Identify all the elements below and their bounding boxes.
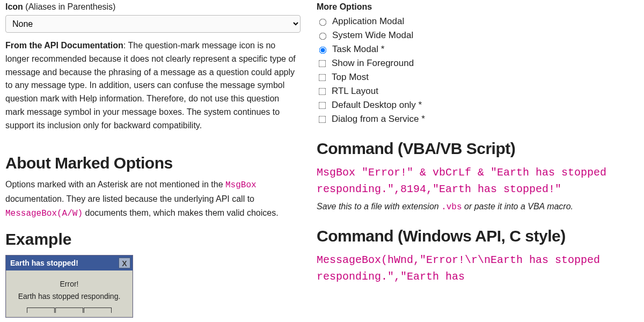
cmd-c-heading: Command (Windows API, C style): [317, 227, 639, 245]
msgbox-button-row: [6, 308, 133, 317]
code-msgbox: MsgBox: [225, 180, 257, 190]
cmd-vba-code: MsgBox "Error!" & vbCrLf & "Earth has st…: [317, 164, 639, 197]
opt-task-modal[interactable]: Task Modal *: [317, 44, 639, 55]
api-doc-body: : The question-mark message icon is no l…: [5, 41, 296, 130]
cmd-c-code: MessageBox(hWnd,"Error!\r\nEarth has sto…: [317, 252, 639, 285]
msgbox-preview: Earth has stopped! X Error! Earth has st…: [5, 255, 133, 318]
msgbox-body: Error! Earth has stopped responding.: [6, 270, 133, 308]
api-doc-lead: From the API Documentation: [5, 41, 123, 50]
more-options-heading: More Options: [317, 2, 639, 12]
checkbox-default-desktop[interactable]: [319, 101, 326, 109]
icon-label-hint: (Aliases in Parenthesis): [23, 2, 116, 11]
api-doc-note: From the API Documentation: The question…: [5, 39, 301, 133]
close-icon[interactable]: X: [119, 258, 130, 268]
opt-default-desktop[interactable]: Default Desktop only *: [317, 100, 639, 111]
radio-system-wide-modal[interactable]: [319, 33, 327, 40]
icon-label: Icon (Aliases in Parenthesis): [5, 2, 301, 12]
icon-label-bold: Icon: [5, 2, 23, 11]
opt-system-wide-modal[interactable]: System Wide Modal: [317, 30, 639, 41]
about-heading: About Marked Options: [5, 154, 301, 172]
radio-application-modal[interactable]: [319, 19, 327, 26]
opt-show-foreground[interactable]: Show in Foreground: [317, 58, 639, 69]
checkbox-rtl-layout[interactable]: [319, 87, 326, 95]
msgbox-title: Earth has stopped!: [10, 259, 78, 267]
msgbox-button[interactable]: [84, 308, 112, 313]
radio-task-modal[interactable]: [319, 47, 327, 54]
msgbox-line2: Earth has stopped responding.: [11, 290, 127, 302]
about-paragraph: Options marked with an Asterisk are not …: [5, 178, 301, 221]
example-heading: Example: [5, 230, 301, 248]
checkbox-top-most[interactable]: [319, 74, 326, 81]
opt-dialog-service[interactable]: Dialog from a Service *: [317, 114, 639, 125]
msgbox-line1: Error!: [11, 278, 127, 290]
opt-top-most[interactable]: Top Most: [317, 72, 639, 83]
opt-rtl-layout[interactable]: RTL Layout: [317, 86, 639, 97]
cmd-vba-heading: Command (VBA/VB Script): [317, 140, 639, 158]
msgbox-button[interactable]: [27, 308, 55, 313]
msgbox-titlebar: Earth has stopped! X: [6, 255, 133, 270]
checkbox-show-foreground[interactable]: [319, 60, 326, 67]
msgbox-button[interactable]: [55, 308, 83, 313]
icon-select[interactable]: None: [5, 15, 301, 33]
code-messagebox: MessageBox(A/W): [5, 209, 83, 218]
code-vbs-ext: .vbs: [441, 202, 462, 212]
opt-application-modal[interactable]: Application Modal: [317, 16, 639, 27]
vbs-hint: Save this to a file with extension .vbs …: [317, 202, 639, 212]
checkbox-dialog-service[interactable]: [319, 115, 326, 123]
